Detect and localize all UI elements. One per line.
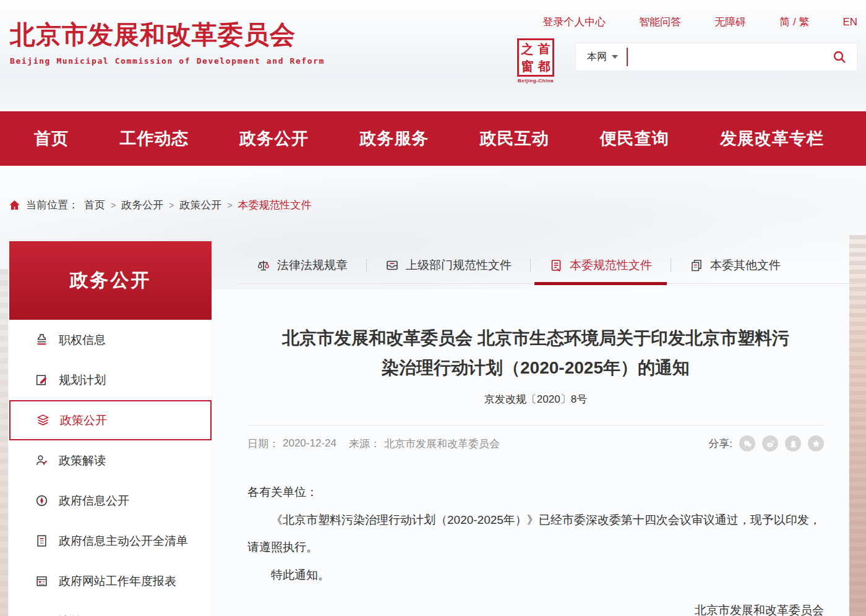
top-link-accessibility[interactable]: 无障碍 <box>714 15 746 29</box>
article-body: 各有关单位： 《北京市塑料污染治理行动计划（2020-2025年）》已经市委深改… <box>247 479 824 616</box>
seal-char: 窗 <box>521 60 534 72</box>
sidebar-item-proactive-disclosure-list[interactable]: 政府信息主动公开全清单 <box>9 521 212 561</box>
home-icon[interactable] <box>9 199 20 211</box>
nav-item-public-interaction[interactable]: 政民互动 <box>480 127 549 150</box>
beijing-china-seal-logo[interactable]: 之 首 窗 都 Beijing-China <box>517 38 554 83</box>
breadcrumb-item-home[interactable]: 首页 <box>84 198 105 212</box>
search-scope-dropdown[interactable]: 本网 <box>576 51 627 64</box>
paragraph: 《北京市塑料污染治理行动计划（2020-2025年）》已经市委深改委第十四次会议… <box>247 507 824 562</box>
site-subtitle: Beijing Municipal Commission of Developm… <box>10 56 325 66</box>
breadcrumb: 当前位置： 首页 > 政务公开 > 政策公开 > 本委规范性文件 <box>9 198 312 212</box>
nav-item-home[interactable]: 首页 <box>34 127 69 150</box>
seal-char: 之 <box>521 43 534 55</box>
stamp-icon <box>34 333 49 348</box>
breadcrumb-separator: > <box>169 200 174 210</box>
tab-laws-regulations[interactable]: 法律法规规章 <box>238 247 366 283</box>
chevron-down-icon <box>612 55 618 59</box>
files-icon <box>690 259 703 272</box>
nav-item-gov-disclosure[interactable]: 政务公开 <box>239 127 309 150</box>
pencil-document-icon <box>34 373 49 388</box>
star-icon <box>812 439 821 448</box>
sidebar-item-policy-disclosure[interactable]: 政策公开 <box>9 400 212 440</box>
sidebar-item-website-annual-report[interactable]: 政府网站工作年度报表 <box>9 561 212 601</box>
paragraph: 特此通知。 <box>247 562 824 589</box>
sidebar-item-label: 政策解读 <box>59 453 106 469</box>
article-source: 北京市发展和改革委员会 <box>384 437 500 451</box>
breadcrumb-item-gov-disclosure[interactable]: 政务公开 <box>121 198 163 212</box>
search-button[interactable] <box>822 49 857 64</box>
share-bar: 分享: <box>708 435 824 451</box>
breadcrumb-item-current[interactable]: 本委规范性文件 <box>238 198 312 212</box>
document-icon <box>549 259 563 272</box>
sidebar-item-label: 政府信息公开 <box>59 493 129 509</box>
top-links: 登录个人中心 智能问答 无障碍 简 / 繁 EN <box>542 15 857 29</box>
share-weibo-button[interactable] <box>762 435 778 451</box>
sidebar-item-gov-info-disclosure[interactable]: 政府信息公开 <box>9 481 212 521</box>
tab-commission-other-documents[interactable]: 本委其他文件 <box>671 247 799 283</box>
source-label: 来源： <box>349 437 380 451</box>
tab-label: 本委规范性文件 <box>570 257 652 273</box>
article-title: 北京市发展和改革委员会 北京市生态环境局关于印发北京市塑料污染治理行动计划（20… <box>275 323 797 382</box>
sidebar-item-planning[interactable]: 规划计划 <box>9 360 212 400</box>
seal-caption: Beijing-China <box>517 78 554 83</box>
weibo-icon <box>766 439 775 448</box>
sidebar-title[interactable]: 政务公开 <box>9 241 212 320</box>
sidebar-item-label: 规划计划 <box>59 372 106 388</box>
sidebar-item-label: 职权信息 <box>59 332 106 348</box>
document-number: 京发改规〔2020〕8号 <box>247 392 824 406</box>
tab-superior-normative-documents[interactable]: 上级部门规范性文件 <box>367 247 530 283</box>
sidebar-item-decision-directory[interactable]: 决策目录 <box>9 601 212 616</box>
sidebar-item-authority-info[interactable]: 职权信息 <box>9 320 212 360</box>
site-title: 北京市发展和改革委员会 <box>10 21 325 49</box>
scales-icon <box>257 259 270 272</box>
share-wechat-button[interactable] <box>739 435 755 451</box>
sidebar-item-label: 政府网站工作年度报表 <box>59 573 176 589</box>
directory-icon <box>34 614 49 616</box>
nav-item-work-news[interactable]: 工作动态 <box>119 127 189 150</box>
annual-report-icon <box>34 574 49 589</box>
top-link-english[interactable]: EN <box>842 16 857 28</box>
seal-char: 都 <box>538 60 551 72</box>
article-date: 2020-12-24 <box>283 437 337 450</box>
site-logo[interactable]: 北京市发展和改革委员会 Beijing Municipal Commission… <box>10 21 325 66</box>
salutation: 各有关单位： <box>247 479 824 507</box>
tab-commission-normative-documents[interactable]: 本委规范性文件 <box>531 247 671 283</box>
article: 北京市发展和改革委员会 北京市生态环境局关于印发北京市塑料污染治理行动计划（20… <box>247 312 824 616</box>
sidebar-item-policy-interpretation[interactable]: 政策解读 <box>9 440 212 481</box>
search-input[interactable] <box>628 45 822 69</box>
top-link-simplified-traditional[interactable]: 简 / 繁 <box>779 15 809 29</box>
top-link-smart-qa[interactable]: 智能问答 <box>639 15 681 29</box>
content-tabs: 法律法规规章 上级部门规范性文件 本委规范性文件 <box>238 247 861 284</box>
nav-item-convenience-query[interactable]: 便民查询 <box>600 127 669 150</box>
breadcrumb-separator: > <box>227 200 232 210</box>
compass-icon <box>34 494 49 508</box>
sidebar-item-label: 政府信息主动公开全清单 <box>59 533 188 549</box>
seal-char: 首 <box>538 43 551 55</box>
document-list-icon <box>34 534 49 549</box>
person-check-icon <box>34 453 49 468</box>
wechat-icon <box>743 439 752 448</box>
search-icon <box>832 49 847 64</box>
share-qq-button[interactable] <box>785 435 801 451</box>
top-link-login[interactable]: 登录个人中心 <box>542 15 606 29</box>
share-label: 分享: <box>708 437 732 451</box>
nav-item-gov-services[interactable]: 政务服务 <box>359 127 429 150</box>
article-meta: 日期：2020-12-24 来源：北京市发展和改革委员会 <box>247 437 500 451</box>
layers-icon <box>35 413 50 428</box>
tab-label: 本委其他文件 <box>710 257 781 273</box>
sidebar-item-label: 决策目录 <box>59 614 106 616</box>
date-label: 日期： <box>247 437 279 451</box>
signature: 北京市发展和改革委员会 <box>247 597 824 616</box>
nav-item-reform-column[interactable]: 发展改革专栏 <box>720 127 824 150</box>
sidebar: 政务公开 职权信息 规划计划 <box>9 241 212 616</box>
search-bar: 本网 <box>575 43 857 71</box>
breadcrumb-separator: > <box>111 200 116 210</box>
tab-label: 上级部门规范性文件 <box>406 257 512 273</box>
sidebar-item-label: 政策公开 <box>60 413 107 429</box>
search-scope-label: 本网 <box>587 51 607 64</box>
page: 北京市发展和改革委员会 Beijing Municipal Commission… <box>0 0 866 616</box>
share-more-button[interactable] <box>808 435 824 451</box>
background-right-art <box>849 235 866 616</box>
site-header: 北京市发展和改革委员会 Beijing Municipal Commission… <box>0 0 866 111</box>
breadcrumb-item-policy-disclosure[interactable]: 政策公开 <box>179 198 221 212</box>
